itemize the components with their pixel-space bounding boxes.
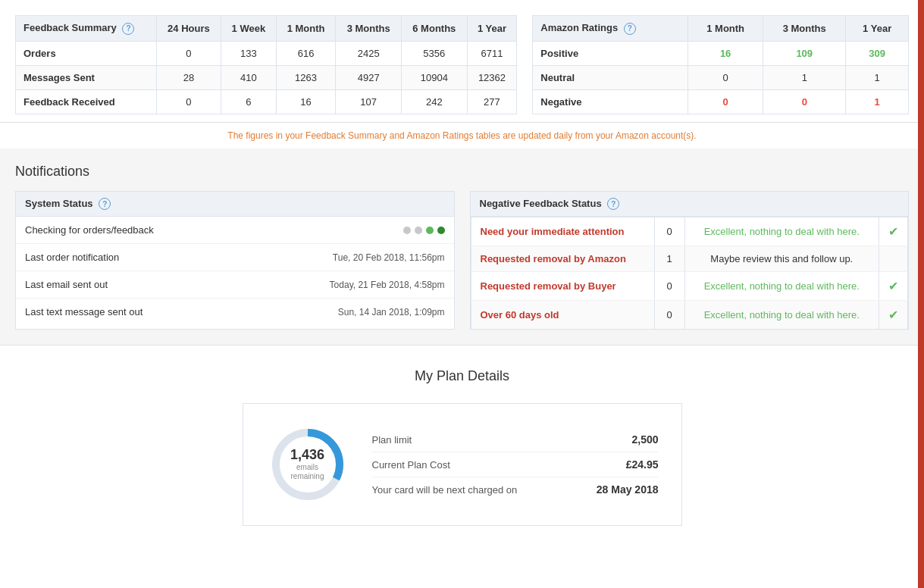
cell-value: 6 — [221, 89, 276, 114]
col-3m: 3 Months — [336, 16, 402, 42]
cell-value: 16 — [688, 41, 763, 65]
cell-value: 2425 — [336, 41, 402, 65]
cell-value: 16 — [276, 89, 336, 114]
amazon-ratings-table: Amazon Ratings ? 1 Month 3 Months 1 Year… — [532, 15, 909, 114]
plan-title: My Plan Details — [15, 368, 909, 384]
plan-details: Plan limit 2,500Current Plan Cost £24.95… — [372, 427, 659, 502]
row-label: Orders — [16, 41, 157, 65]
cell-value: 107 — [336, 89, 402, 114]
row-label: Negative — [533, 89, 688, 114]
cell-value: 1 — [846, 89, 909, 114]
neg-label[interactable]: Requested removal by Buyer — [471, 272, 654, 301]
negative-feedback-header: Negative Feedback Status ? — [471, 192, 909, 217]
tables-section: Feedback Summary ? 24 Hours 1 Week 1 Mon… — [0, 0, 924, 123]
no-check — [879, 246, 908, 272]
neg-status: Excellent, nothing to deal with here. — [684, 272, 879, 301]
row-label: Neutral — [533, 65, 688, 89]
status-row-last-email: Last email sent out Today, 21 Feb 2018, … — [16, 271, 454, 299]
list-item: Need your immediate attention 0 Excellen… — [471, 217, 908, 246]
donut-chart: 1,436 emailsremaining — [266, 423, 349, 506]
status-row-last-text: Last text message sent out Sun, 14 Jan 2… — [16, 299, 454, 325]
feedback-summary-help-icon[interactable]: ? — [122, 23, 134, 35]
update-notice: The figures in your Feedback Summary and… — [0, 123, 924, 149]
ratings-help-icon[interactable]: ? — [624, 23, 636, 35]
check-icon: ✔ — [879, 217, 908, 246]
ratings-col-1y: 1 Year — [846, 16, 909, 42]
dot-4 — [437, 227, 445, 234]
notifications-grid: System Status ? Checking for orders/feed… — [15, 191, 909, 330]
cell-value: 5356 — [401, 41, 467, 65]
neg-count: 1 — [654, 246, 684, 272]
neg-status: Excellent, nothing to deal with here. — [684, 301, 879, 330]
cell-value: 277 — [467, 89, 517, 114]
cell-value: 1 — [846, 65, 909, 89]
cell-value: 242 — [401, 89, 467, 114]
donut-label: emailsremaining — [290, 463, 324, 481]
system-status-header: System Status ? — [16, 192, 454, 217]
feedback-summary-table: Feedback Summary ? 24 Hours 1 Week 1 Mon… — [15, 15, 517, 114]
plan-row: Current Plan Cost £24.95 — [372, 452, 659, 477]
plan-card: 1,436 emailsremaining Plan limit 2,500Cu… — [243, 403, 682, 526]
donut-number: 1,436 — [290, 448, 324, 463]
table-row: Messages Sent28410126349271090412362 — [16, 65, 517, 89]
col-1m: 1 Month — [276, 16, 336, 42]
neg-label[interactable]: Over 60 days old — [471, 301, 654, 330]
list-item: Requested removal by Buyer 0 Excellent, … — [471, 272, 908, 301]
cell-value: 0 — [688, 65, 763, 89]
cell-value: 0 — [763, 89, 846, 114]
neg-status: Maybe review this and follow up. — [684, 246, 879, 272]
system-status-help-icon[interactable]: ? — [99, 198, 111, 210]
cell-value: 1263 — [276, 65, 336, 89]
cell-value: 133 — [221, 41, 276, 65]
table-row: Orders0133616242553566711 — [16, 41, 517, 65]
col-24h: 24 Hours — [156, 16, 221, 42]
list-item: Over 60 days old 0 Excellent, nothing to… — [471, 301, 908, 330]
check-icon: ✔ — [879, 301, 908, 330]
ratings-col-3m: 3 Months — [763, 16, 846, 42]
neg-count: 0 — [654, 272, 684, 301]
list-item: Requested removal by Amazon 1 Maybe revi… — [471, 246, 908, 272]
negative-feedback-table: Need your immediate attention 0 Excellen… — [471, 217, 909, 329]
cell-value: 616 — [276, 41, 336, 65]
plan-key: Your card will be next charged on — [372, 484, 518, 496]
donut-center: 1,436 emailsremaining — [290, 448, 324, 481]
plan-section: My Plan Details 1,436 emailsremaining — [0, 345, 924, 549]
table-row: Positive16109309 — [533, 41, 909, 65]
col-1w: 1 Week — [221, 16, 276, 42]
status-row-checking: Checking for orders/feedback — [16, 217, 454, 244]
cell-value: 1 — [763, 65, 846, 89]
cell-value: 4927 — [336, 65, 402, 89]
red-bar — [918, 0, 924, 588]
dot-1 — [403, 227, 411, 234]
plan-key: Plan limit — [372, 434, 412, 446]
notifications-section: Notifications System Status ? Checking f… — [0, 149, 924, 346]
ratings-header: Amazon Ratings ? — [533, 16, 688, 42]
cell-value: 12362 — [467, 65, 517, 89]
notifications-title: Notifications — [15, 164, 909, 180]
table-row: Neutral011 — [533, 65, 909, 89]
status-row-last-order: Last order notification Tue, 20 Feb 2018… — [16, 244, 454, 271]
cell-value: 28 — [156, 65, 221, 89]
negative-feedback-card: Negative Feedback Status ? Need your imm… — [470, 191, 910, 330]
dot-3 — [426, 227, 434, 234]
cell-value: 6711 — [467, 41, 517, 65]
cell-value: 0 — [688, 89, 763, 114]
col-6m: 6 Months — [401, 16, 467, 42]
feedback-summary-header: Feedback Summary ? — [16, 16, 157, 42]
row-label: Messages Sent — [16, 65, 157, 89]
col-1y: 1 Year — [467, 16, 517, 42]
neg-label[interactable]: Requested removal by Amazon — [471, 246, 654, 272]
cell-value: 309 — [846, 41, 909, 65]
dot-2 — [415, 227, 422, 234]
plan-row: Your card will be next charged on 28 May… — [372, 477, 659, 502]
neg-label[interactable]: Need your immediate attention — [471, 217, 654, 246]
cell-value: 10904 — [401, 65, 467, 89]
dots-container — [403, 227, 445, 234]
ratings-col-1m: 1 Month — [688, 16, 763, 42]
plan-val: 28 May 2018 — [597, 483, 659, 496]
row-label: Positive — [533, 41, 688, 65]
neg-count: 0 — [654, 301, 684, 330]
cell-value: 109 — [763, 41, 846, 65]
neg-status: Excellent, nothing to deal with here. — [684, 217, 879, 246]
negative-feedback-help-icon[interactable]: ? — [607, 198, 619, 210]
